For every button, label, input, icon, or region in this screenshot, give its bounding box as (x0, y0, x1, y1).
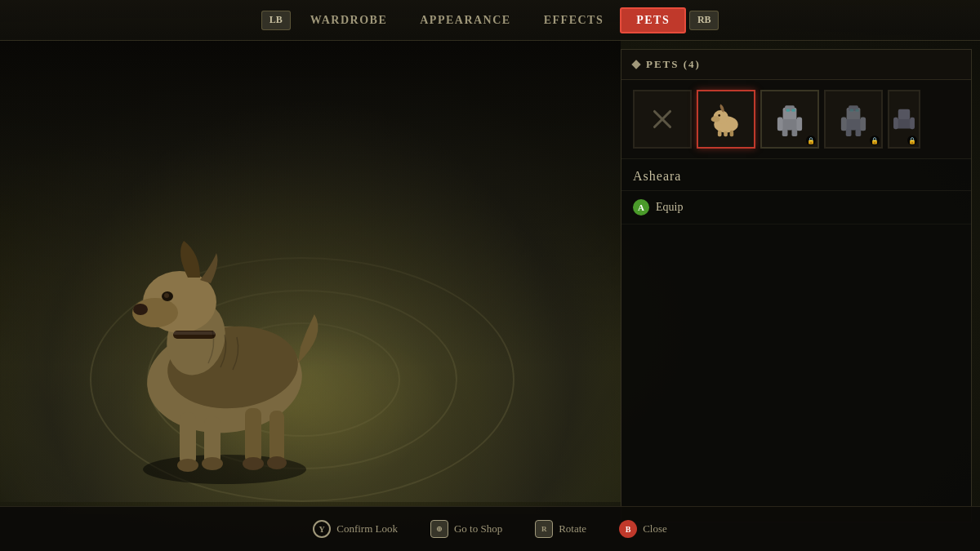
pet-slot-3[interactable]: 🔒 (824, 90, 883, 149)
svg-rect-22 (718, 131, 722, 136)
svg-point-21 (711, 116, 720, 122)
svg-rect-18 (173, 331, 216, 335)
svg-rect-41 (856, 130, 862, 136)
rb-rotate-button-icon: R (535, 520, 553, 538)
equip-label: Equip (656, 201, 683, 214)
tab-pets[interactable]: PETS (620, 7, 686, 33)
svg-rect-40 (846, 130, 852, 136)
close-label: Close (643, 522, 667, 535)
close-action[interactable]: B Close (619, 520, 667, 538)
svg-rect-23 (724, 131, 728, 136)
no-pet-icon (646, 103, 679, 136)
svg-rect-30 (796, 117, 802, 131)
pet-slots-container: 🔒 🔒 🔒 (621, 80, 971, 159)
a-button-icon: A (633, 199, 649, 216)
slot-lock-icon: 🔒 (806, 136, 816, 145)
right-panel: PETS (4) (621, 49, 972, 522)
go-to-shop-action[interactable]: ⊕ Go to Shop (430, 520, 502, 538)
b-button-icon: B (619, 520, 637, 538)
pets-count-label: PETS (4) (646, 58, 701, 71)
golem3-thumbnail-icon (889, 104, 919, 134)
pet-dog-display (82, 127, 368, 494)
pets-panel-header: PETS (4) (621, 50, 971, 80)
svg-rect-34 (792, 109, 795, 111)
svg-point-12 (202, 457, 223, 470)
pet-slot-0[interactable] (633, 90, 692, 149)
go-to-shop-label: Go to Shop (454, 522, 502, 535)
svg-rect-31 (782, 130, 788, 136)
golem2-thumbnail-icon (836, 102, 871, 136)
bottom-action-bar: Y Confirm Look ⊕ Go to Shop R Rotate B C… (0, 506, 980, 551)
svg-rect-47 (910, 118, 915, 129)
svg-rect-24 (730, 131, 734, 136)
confirm-look-action[interactable]: Y Confirm Look (313, 520, 398, 538)
svg-point-25 (718, 114, 720, 117)
tab-effects[interactable]: EFFECTS (528, 7, 621, 33)
dog-thumbnail-icon (707, 100, 745, 138)
rotate-action[interactable]: R Rotate (535, 520, 586, 538)
confirm-look-label: Confirm Look (336, 522, 398, 535)
pet-name-area: Asheara (621, 159, 971, 191)
slot2-lock-icon: 🔒 (870, 136, 880, 145)
svg-rect-42 (850, 109, 853, 111)
equip-area[interactable]: A Equip (621, 191, 971, 224)
svg-rect-29 (777, 117, 783, 131)
pet-name-label: Asheara (633, 169, 681, 183)
svg-point-8 (164, 293, 169, 298)
tab-appearance[interactable]: APPEARANCE (403, 7, 527, 33)
lb-shop-button-icon: ⊕ (430, 520, 448, 538)
svg-point-11 (177, 459, 198, 472)
pet-slot-1[interactable] (697, 90, 755, 149)
svg-rect-46 (893, 118, 898, 129)
svg-point-15 (243, 457, 264, 470)
diamond-icon (631, 60, 640, 69)
svg-rect-14 (270, 411, 284, 464)
pet-slot-2[interactable]: 🔒 (760, 90, 819, 149)
svg-rect-13 (245, 408, 261, 464)
svg-point-16 (267, 456, 287, 469)
top-navigation: LB WARDROBE APPEARANCE EFFECTS PETS RB (0, 0, 980, 41)
svg-rect-33 (786, 109, 790, 111)
y-button-icon: Y (313, 520, 331, 538)
golem1-thumbnail-icon (773, 102, 807, 136)
svg-rect-9 (180, 412, 196, 465)
pet-slot-4[interactable]: 🔒 (888, 90, 920, 149)
lb-button[interactable]: LB (261, 11, 291, 30)
svg-rect-38 (841, 117, 847, 131)
svg-rect-32 (792, 130, 798, 136)
rotate-label: Rotate (559, 522, 586, 535)
tab-wardrobe[interactable]: WARDROBE (294, 7, 403, 33)
svg-rect-44 (898, 109, 910, 120)
svg-point-6 (133, 304, 148, 315)
slot3-lock-icon: 🔒 (907, 136, 917, 145)
rb-button[interactable]: RB (689, 11, 719, 30)
svg-rect-39 (860, 117, 866, 131)
svg-rect-43 (856, 109, 859, 111)
equip-button[interactable]: A Equip (633, 199, 960, 216)
